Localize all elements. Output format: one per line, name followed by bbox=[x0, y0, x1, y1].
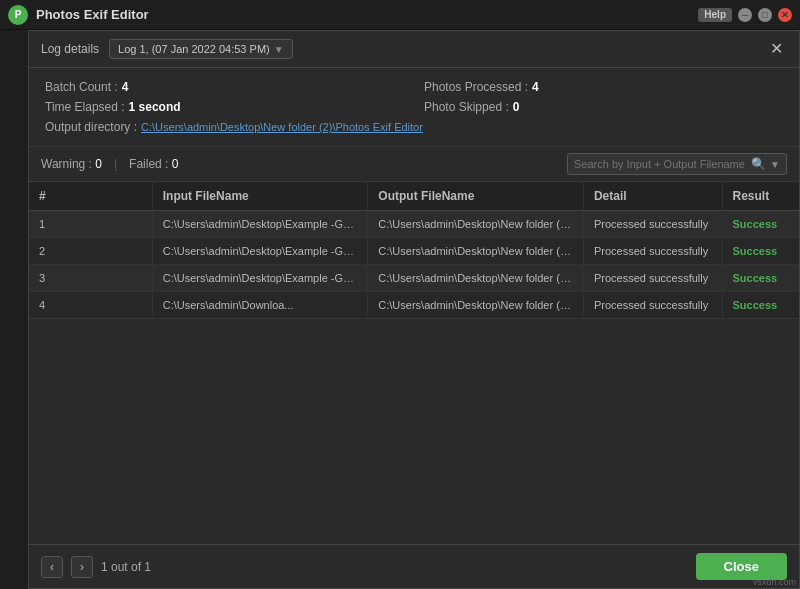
filter-separator: | bbox=[114, 157, 117, 171]
cell-num: 2 bbox=[29, 238, 152, 265]
cell-num: 4 bbox=[29, 292, 152, 319]
app-title: Photos Exif Editor bbox=[36, 7, 698, 22]
table-body: 1 C:\Users\admin\Desktop\Example -Goog..… bbox=[29, 211, 799, 319]
photos-processed-value: 4 bbox=[532, 80, 539, 94]
search-dropdown-icon[interactable]: ▼ bbox=[770, 159, 780, 170]
batch-count-row: Batch Count : 4 bbox=[45, 80, 404, 94]
cell-result: Success bbox=[722, 211, 799, 238]
next-page-button[interactable]: › bbox=[71, 556, 93, 578]
search-input[interactable] bbox=[574, 158, 747, 170]
cell-input: C:\Users\admin\Downloa... bbox=[152, 292, 368, 319]
dialog-title: Log details bbox=[41, 42, 99, 56]
dialog-close-button[interactable]: ✕ bbox=[766, 41, 787, 57]
cell-input: C:\Users\admin\Desktop\Example -Goog... bbox=[152, 211, 368, 238]
search-icon[interactable]: 🔍 bbox=[751, 157, 766, 171]
cell-detail: Processed successfully bbox=[583, 292, 722, 319]
col-header-output: Output FileName bbox=[368, 182, 584, 211]
time-elapsed-row: Time Elapsed : 1 second bbox=[45, 100, 404, 114]
failed-count: 0 bbox=[172, 157, 179, 171]
output-dir-value[interactable]: C:\Users\admin\Desktop\New folder (2)\Ph… bbox=[141, 121, 423, 133]
warning-label: Warning : bbox=[41, 157, 92, 171]
batch-count-label: Batch Count : bbox=[45, 80, 118, 94]
log-dropdown-value: Log 1, (07 Jan 2022 04:53 PM) bbox=[118, 43, 270, 55]
cell-input: C:\Users\admin\Desktop\Example -Goog... bbox=[152, 265, 368, 292]
photo-skipped-value: 0 bbox=[513, 100, 520, 114]
log-details-dialog: Log details Log 1, (07 Jan 2022 04:53 PM… bbox=[28, 30, 800, 589]
pagination-bar: ‹ › 1 out of 1 Close bbox=[29, 544, 799, 588]
page-info: 1 out of 1 bbox=[101, 560, 151, 574]
cell-num: 1 bbox=[29, 211, 152, 238]
side-panel bbox=[0, 30, 28, 589]
close-dialog-button[interactable]: Close bbox=[696, 553, 787, 580]
cell-output: C:\Users\admin\Desktop\New folder (2)\Ph… bbox=[368, 211, 584, 238]
watermark: vsxdn.com bbox=[753, 577, 796, 587]
cell-num: 3 bbox=[29, 265, 152, 292]
table-row: 1 C:\Users\admin\Desktop\Example -Goog..… bbox=[29, 211, 799, 238]
table-row: 2 C:\Users\admin\Desktop\Example -Goog..… bbox=[29, 238, 799, 265]
maximize-button[interactable]: □ bbox=[758, 8, 772, 22]
prev-page-button[interactable]: ‹ bbox=[41, 556, 63, 578]
app-icon: P bbox=[8, 5, 28, 25]
photo-skipped-label: Photo Skipped : bbox=[424, 100, 509, 114]
window-controls: Help ─ □ ✕ bbox=[698, 8, 792, 22]
search-box[interactable]: 🔍 ▼ bbox=[567, 153, 787, 175]
time-elapsed-label: Time Elapsed : bbox=[45, 100, 125, 114]
batch-count-value: 4 bbox=[122, 80, 129, 94]
title-bar: P Photos Exif Editor Help ─ □ ✕ bbox=[0, 0, 800, 30]
cell-result: Success bbox=[722, 265, 799, 292]
warning-filter: Warning : 0 bbox=[41, 157, 102, 171]
log-dropdown[interactable]: Log 1, (07 Jan 2022 04:53 PM) ▼ bbox=[109, 39, 293, 59]
cell-output: C:\Users\admin\Desktop\New folder (2)\Ph… bbox=[368, 265, 584, 292]
dropdown-arrow-icon: ▼ bbox=[274, 44, 284, 55]
table-row: 4 C:\Users\admin\Downloa... C:\Users\adm… bbox=[29, 292, 799, 319]
col-header-input: Input FileName bbox=[152, 182, 368, 211]
photos-processed-label: Photos Processed : bbox=[424, 80, 528, 94]
photo-skipped-row: Photo Skipped : 0 bbox=[424, 100, 783, 114]
warning-count: 0 bbox=[95, 157, 102, 171]
failed-label: Failed : bbox=[129, 157, 168, 171]
cell-output: C:\Users\admin\Desktop\New folder (2)\Ph… bbox=[368, 238, 584, 265]
time-elapsed-value: 1 second bbox=[129, 100, 181, 114]
close-window-button[interactable]: ✕ bbox=[778, 8, 792, 22]
results-table-container: # Input FileName Output FileName Detail … bbox=[29, 182, 799, 544]
output-dir-label: Output directory : bbox=[45, 120, 137, 134]
filter-bar: Warning : 0 | Failed : 0 🔍 ▼ bbox=[29, 147, 799, 182]
cell-detail: Processed successfully bbox=[583, 211, 722, 238]
cell-input: C:\Users\admin\Desktop\Example -Goog... bbox=[152, 238, 368, 265]
results-table: # Input FileName Output FileName Detail … bbox=[29, 182, 799, 319]
output-dir-row: Output directory : C:\Users\admin\Deskto… bbox=[45, 120, 783, 134]
cell-output: C:\Users\admin\Desktop\New folder (2)\Ph… bbox=[368, 292, 584, 319]
info-section: Batch Count : 4 Photos Processed : 4 Tim… bbox=[29, 68, 799, 147]
table-row: 3 C:\Users\admin\Desktop\Example -Goog..… bbox=[29, 265, 799, 292]
col-header-num: # bbox=[29, 182, 152, 211]
minimize-button[interactable]: ─ bbox=[738, 8, 752, 22]
help-button[interactable]: Help bbox=[698, 8, 732, 22]
cell-result: Success bbox=[722, 292, 799, 319]
cell-detail: Processed successfully bbox=[583, 265, 722, 292]
photos-processed-row: Photos Processed : 4 bbox=[424, 80, 783, 94]
dialog-titlebar: Log details Log 1, (07 Jan 2022 04:53 PM… bbox=[29, 31, 799, 68]
col-header-result: Result bbox=[722, 182, 799, 211]
table-header-row: # Input FileName Output FileName Detail … bbox=[29, 182, 799, 211]
cell-detail: Processed successfully bbox=[583, 238, 722, 265]
cell-result: Success bbox=[722, 238, 799, 265]
col-header-detail: Detail bbox=[583, 182, 722, 211]
failed-filter: Failed : 0 bbox=[129, 157, 178, 171]
